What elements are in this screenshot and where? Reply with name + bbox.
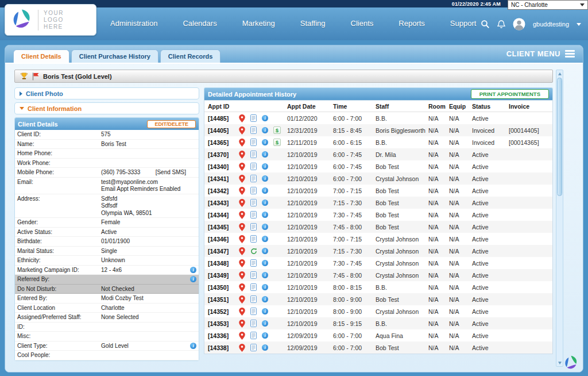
location-pin-icon[interactable]: [239, 283, 245, 291]
location-pin-icon[interactable]: [239, 163, 245, 171]
location-pin-icon[interactable]: [239, 139, 245, 147]
notes-icon[interactable]: [250, 114, 257, 122]
info-icon[interactable]: i: [190, 343, 196, 349]
client-detail-row: Birthdate:01/01/1900: [15, 237, 199, 247]
appt-id-cell: [14345]: [208, 224, 239, 231]
location-pin-icon[interactable]: [239, 235, 245, 243]
info-icon[interactable]: i: [262, 344, 268, 351]
info-icon[interactable]: i: [262, 320, 268, 327]
nav-clients[interactable]: Clients: [351, 19, 374, 28]
appt-equip-cell: N/A: [449, 296, 472, 303]
info-icon[interactable]: i: [262, 284, 268, 290]
info-icon[interactable]: i: [262, 224, 268, 230]
client-detail-label: Gender:: [17, 219, 101, 227]
location-pin-icon[interactable]: [239, 344, 245, 352]
client-menu-button[interactable]: CLIENT MENU: [506, 49, 575, 63]
appointment-row: [14346]i12/10/20197:00 - 7:15Crystal Joh…: [204, 233, 552, 245]
location-pin-icon[interactable]: [239, 187, 245, 195]
notes-icon[interactable]: [250, 332, 257, 339]
client-photo-panel-toggle[interactable]: Client Photo: [14, 87, 199, 99]
location-pin-icon[interactable]: [239, 151, 245, 159]
notes-icon[interactable]: [250, 151, 257, 158]
notes-icon[interactable]: [250, 163, 257, 170]
location-pin-icon[interactable]: [239, 247, 245, 255]
edit-delete-button[interactable]: EDIT/DELETE: [147, 120, 196, 128]
location-pin-icon[interactable]: [239, 175, 245, 183]
notes-icon[interactable]: [250, 259, 257, 267]
notes-icon[interactable]: [250, 320, 257, 327]
location-pin-icon[interactable]: [239, 296, 245, 304]
location-pin-icon[interactable]: [239, 126, 245, 135]
info-icon[interactable]: i: [262, 175, 268, 182]
nav-reports[interactable]: Reports: [399, 19, 425, 28]
location-pin-icon[interactable]: [239, 223, 245, 231]
info-icon[interactable]: i: [262, 248, 268, 254]
info-icon[interactable]: i: [262, 308, 268, 314]
info-icon[interactable]: i: [262, 260, 268, 266]
detail-info-cell: [187, 160, 196, 167]
search-icon[interactable]: [481, 20, 490, 29]
info-icon[interactable]: i: [262, 163, 268, 170]
notes-icon[interactable]: [250, 283, 257, 291]
notes-icon[interactable]: [250, 344, 257, 351]
location-pin-icon[interactable]: [239, 332, 245, 340]
scroll-down-arrow[interactable]: [556, 359, 563, 366]
nav-calendars[interactable]: Calendars: [183, 19, 216, 28]
print-appointments-button[interactable]: PRINT APPOINTMENTS: [471, 89, 549, 99]
info-icon[interactable]: i: [262, 187, 268, 194]
location-pin-icon[interactable]: [239, 320, 245, 328]
location-pin-icon[interactable]: [239, 259, 245, 267]
trophy-icon[interactable]: [20, 72, 28, 80]
vertical-scrollbar[interactable]: [556, 70, 563, 367]
location-pin-icon[interactable]: [239, 211, 245, 219]
notes-icon[interactable]: [250, 271, 257, 279]
tab-client-details[interactable]: Client Details: [13, 49, 69, 63]
user-menu-chevron-icon[interactable]: [577, 23, 581, 26]
scrollbar-thumb[interactable]: [557, 78, 562, 196]
notes-icon[interactable]: [250, 199, 257, 206]
tab-client-purchase-history[interactable]: Client Purchase History: [71, 49, 158, 63]
nav-staffing[interactable]: Staffing: [300, 19, 326, 28]
notes-icon[interactable]: [250, 296, 257, 303]
location-pin-icon[interactable]: [239, 308, 245, 316]
scroll-up-arrow[interactable]: [556, 70, 563, 77]
flag-icon[interactable]: [32, 72, 39, 80]
location-pin-icon[interactable]: [239, 199, 245, 207]
notes-icon[interactable]: [250, 223, 257, 231]
notes-icon[interactable]: [250, 235, 257, 243]
user-avatar[interactable]: [513, 18, 525, 30]
username-label[interactable]: gbuddtesting: [533, 21, 569, 28]
info-icon[interactable]: i: [262, 151, 268, 158]
appt-time-cell: 6:00 - 7:45: [333, 151, 376, 158]
info-icon[interactable]: i: [262, 296, 268, 302]
notes-icon[interactable]: [250, 126, 257, 134]
tab-client-records[interactable]: Client Records: [160, 49, 221, 63]
client-information-panel-toggle[interactable]: Client Information: [14, 102, 199, 114]
info-icon[interactable]: i: [262, 127, 268, 133]
location-pin-icon[interactable]: [239, 114, 245, 122]
info-icon[interactable]: i: [190, 267, 196, 273]
nav-administration[interactable]: Administration: [110, 19, 157, 28]
nav-support[interactable]: Support: [450, 19, 477, 28]
location-select[interactable]: NC - Charlotte: [508, 0, 588, 10]
info-icon[interactable]: i: [262, 115, 268, 121]
send-sms-link[interactable]: [Send SMS]: [156, 169, 186, 177]
location-pin-icon[interactable]: [239, 271, 245, 279]
info-icon[interactable]: i: [262, 236, 268, 242]
info-icon[interactable]: i: [262, 199, 268, 206]
invoice-dollar-icon[interactable]: $: [273, 126, 281, 134]
info-icon[interactable]: i: [262, 139, 268, 145]
info-icon[interactable]: i: [262, 212, 268, 218]
recurring-icon[interactable]: [250, 248, 257, 255]
invoice-dollar-icon[interactable]: $: [273, 139, 281, 146]
info-icon[interactable]: i: [262, 272, 268, 278]
notes-icon[interactable]: [250, 211, 257, 218]
info-icon[interactable]: i: [262, 332, 268, 339]
notes-icon[interactable]: [250, 175, 257, 182]
info-icon[interactable]: i: [190, 276, 196, 282]
notes-icon[interactable]: [250, 308, 257, 315]
nav-marketing[interactable]: Marketing: [242, 19, 275, 28]
notes-icon[interactable]: [250, 187, 257, 194]
notifications-bell-icon[interactable]: [497, 20, 505, 29]
notes-icon[interactable]: [250, 139, 257, 146]
